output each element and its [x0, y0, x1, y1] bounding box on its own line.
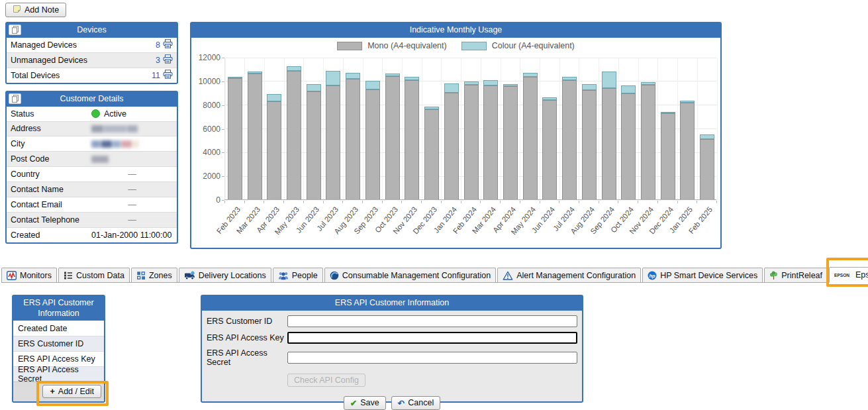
monthly-usage-chart-panel: Indicative Monthly Usage Mono (A4-equiva… — [190, 22, 722, 249]
cancel-button[interactable]: ↶ Cancel — [391, 396, 440, 410]
gridline — [225, 58, 226, 199]
tab-hp-smart-device-services[interactable]: hpHP Smart Device Services — [642, 268, 763, 282]
status-dot-icon — [91, 109, 100, 118]
customer-detail-value: Active — [91, 109, 173, 119]
add-edit-button[interactable]: + Add / Edit — [42, 385, 101, 398]
tab-alert-management-configuration[interactable]: Alert Management Configuration — [497, 268, 641, 282]
customer-detail-label: Contact Name — [11, 185, 91, 194]
tab-epson-remote-services-ers[interactable]: EPSONEpson Remote Services (ERS) — [829, 267, 868, 283]
empty-value-dash: — — [91, 170, 173, 179]
y-axis-tick — [222, 105, 224, 106]
gridline — [559, 58, 560, 199]
gridline — [363, 58, 363, 199]
gridline — [461, 58, 461, 199]
printreleaf-icon — [769, 271, 778, 280]
bar-colour-segment — [365, 81, 380, 89]
bar-colour-segment — [542, 97, 557, 100]
save-button[interactable]: ✔ Save — [344, 396, 386, 410]
bar-colour-segment — [228, 77, 242, 78]
x-axis-tick — [283, 201, 284, 203]
printer-icon[interactable] — [163, 70, 173, 81]
y-axis-tick — [222, 58, 224, 58]
tab-people[interactable]: People — [273, 268, 323, 282]
customer-detail-row: Contact Name— — [7, 181, 177, 197]
gridline — [540, 58, 540, 199]
gridline — [618, 58, 619, 199]
tab-printreleaf[interactable]: PrintReleaf — [764, 268, 828, 282]
y-axis-tick — [222, 152, 224, 153]
y-axis-tick-label: 2000 — [191, 172, 220, 181]
device-count: 3 — [156, 56, 160, 65]
bar-colour-segment — [464, 81, 479, 85]
note-icon — [13, 5, 21, 15]
ers-form-title: ERS API Customer Information — [202, 296, 582, 311]
gridline — [343, 58, 344, 199]
x-axis-tick — [342, 201, 343, 203]
gridline — [657, 58, 658, 199]
svg-text:EPSON: EPSON — [834, 273, 849, 278]
bar-colour-segment — [385, 74, 400, 76]
x-axis-tick — [716, 201, 717, 203]
tab-label: Alert Management Configuration — [516, 271, 636, 280]
device-row-label: Unmanaged Devices — [11, 56, 91, 65]
tab-monitors[interactable]: Monitors — [1, 268, 57, 282]
customer-detail-row: StatusActive — [7, 107, 177, 121]
ers-customer-id-field[interactable] — [287, 315, 577, 327]
customer-detail-row: Contact Telephone— — [7, 212, 177, 227]
bar-colour-segment — [680, 101, 695, 103]
check-api-config-button: Check API Config — [287, 374, 365, 387]
chart-legend: Mono (A4-equivalent)Colour (A4-equivalen… — [191, 41, 720, 50]
x-axis-tick — [677, 201, 678, 203]
copy-icon[interactable] — [9, 93, 21, 104]
printer-icon[interactable] — [163, 39, 173, 50]
tab-label: Zones — [149, 271, 172, 280]
ers-api-access-key-label: ERS API Access Key — [207, 333, 287, 342]
device-row-label: Managed Devices — [11, 40, 91, 50]
gridline — [284, 58, 285, 199]
bar-colour-segment — [405, 77, 419, 80]
customer-detail-label: Post Code — [11, 154, 91, 164]
ers-api-access-secret-field[interactable] — [287, 352, 577, 364]
ers-api-customer-info-form: ERS API Customer Information ERS Custome… — [201, 295, 583, 403]
add-note-label: Add Note — [24, 5, 59, 15]
bar-colour-segment — [661, 112, 675, 113]
tab-label: Delivery Locations — [199, 271, 266, 280]
x-axis-tick — [618, 201, 618, 203]
bar-mono-segment — [385, 76, 400, 199]
form-row: ERS Customer ID — [207, 315, 577, 327]
x-axis-tick — [461, 201, 461, 203]
gridline — [599, 58, 599, 199]
bar-colour-segment — [582, 84, 597, 90]
devices-panel-title: Devices — [77, 25, 106, 34]
customer-detail-value — [91, 140, 173, 148]
tab-custom-data[interactable]: Custom Data — [58, 268, 130, 282]
legend-label: Mono (A4-equivalent) — [367, 41, 447, 50]
hp-icon: hp — [648, 271, 657, 280]
add-note-button[interactable]: Add Note — [5, 3, 66, 17]
bar-mono-segment — [444, 93, 459, 199]
device-count: 8 — [156, 40, 160, 50]
y-axis-tick-label: 10000 — [191, 77, 220, 86]
tab-label: Monitors — [20, 271, 52, 280]
customer-details-panel: Customer Details StatusActiveAddressCity… — [5, 91, 178, 244]
printer-icon[interactable] — [163, 54, 173, 66]
ers-api-access-secret-label: ERS API Access Secret — [207, 348, 287, 367]
ers-list-item-label: ERS API Access Key — [18, 354, 95, 364]
tab-label: Custom Data — [76, 271, 124, 280]
copy-icon[interactable] — [9, 25, 21, 35]
bar-mono-segment — [228, 78, 242, 199]
customer-detail-row: Address — [7, 121, 177, 136]
tab-delivery-locations[interactable]: Delivery Locations — [179, 268, 271, 282]
form-row: ERS API Access Key — [207, 332, 577, 344]
gridline — [402, 58, 403, 199]
customer-panel-title: Customer Details — [60, 94, 124, 103]
ers-list-item: ERS API Access Secret — [13, 366, 104, 382]
tab-consumable-management-configuration[interactable]: Consumable Management Configuration — [324, 268, 496, 282]
ers-api-access-key-field[interactable] — [287, 332, 577, 344]
tab-zones[interactable]: Zones — [131, 268, 177, 282]
bar-mono-segment — [661, 113, 675, 199]
x-axis-tick — [579, 201, 579, 203]
gridline — [501, 58, 501, 199]
gridline — [303, 58, 304, 199]
ers-list-item-label: Created Date — [18, 324, 67, 333]
